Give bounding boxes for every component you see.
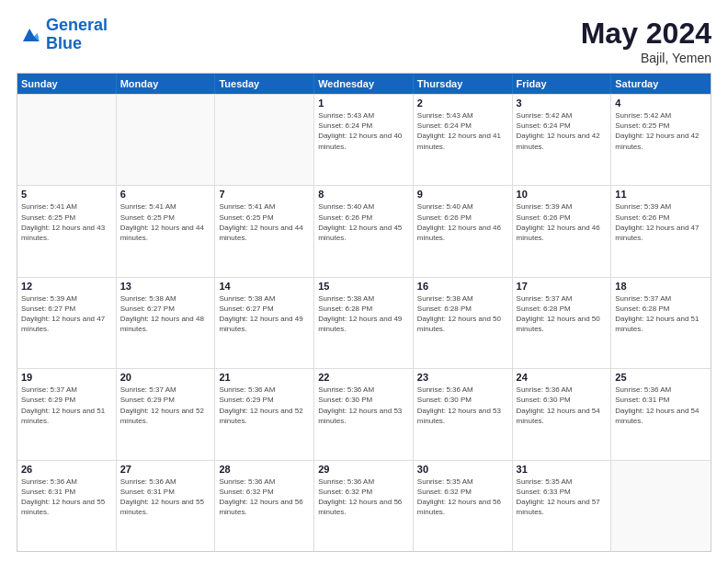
day-cell-1-0: 5Sunrise: 5:41 AM Sunset: 6:25 PM Daylig… — [17, 186, 117, 276]
day-info: Sunrise: 5:36 AM Sunset: 6:30 PM Dayligh… — [318, 385, 409, 426]
week-row-3: 19Sunrise: 5:37 AM Sunset: 6:29 PM Dayli… — [17, 368, 711, 459]
day-number: 6 — [120, 189, 211, 200]
header-thursday: Thursday — [414, 74, 513, 94]
header-friday: Friday — [513, 74, 612, 94]
day-number: 31 — [517, 464, 608, 475]
day-cell-1-5: 10Sunrise: 5:39 AM Sunset: 6:26 PM Dayli… — [513, 186, 612, 276]
day-info: Sunrise: 5:37 AM Sunset: 6:29 PM Dayligh… — [21, 385, 112, 426]
day-info: Sunrise: 5:35 AM Sunset: 6:32 PM Dayligh… — [417, 477, 508, 518]
day-info: Sunrise: 5:41 AM Sunset: 6:25 PM Dayligh… — [120, 201, 211, 243]
day-number: 10 — [517, 189, 608, 200]
day-cell-4-5: 31Sunrise: 5:35 AM Sunset: 6:33 PM Dayli… — [513, 461, 612, 551]
day-info: Sunrise: 5:39 AM Sunset: 6:26 PM Dayligh… — [517, 201, 608, 243]
day-number: 23 — [417, 372, 508, 383]
day-cell-4-0: 26Sunrise: 5:36 AM Sunset: 6:31 PM Dayli… — [17, 461, 117, 551]
calendar-body: 1Sunrise: 5:43 AM Sunset: 6:24 PM Daylig… — [17, 94, 711, 551]
calendar-header: Sunday Monday Tuesday Wednesday Thursday… — [17, 74, 711, 94]
day-number: 17 — [517, 281, 608, 292]
week-row-4: 26Sunrise: 5:36 AM Sunset: 6:31 PM Dayli… — [17, 460, 711, 551]
day-cell-3-3: 22Sunrise: 5:36 AM Sunset: 6:30 PM Dayli… — [314, 369, 414, 459]
day-info: Sunrise: 5:36 AM Sunset: 6:31 PM Dayligh… — [120, 477, 211, 518]
day-cell-3-4: 23Sunrise: 5:36 AM Sunset: 6:30 PM Dayli… — [414, 369, 513, 459]
day-cell-0-1 — [117, 95, 216, 185]
day-cell-3-2: 21Sunrise: 5:36 AM Sunset: 6:29 PM Dayli… — [215, 369, 314, 459]
day-cell-4-4: 30Sunrise: 5:35 AM Sunset: 6:32 PM Dayli… — [414, 461, 513, 551]
header: General Blue May 2024 Bajil, Yemen — [17, 17, 711, 65]
day-number: 9 — [417, 189, 508, 200]
day-info: Sunrise: 5:38 AM Sunset: 6:28 PM Dayligh… — [318, 293, 409, 335]
day-info: Sunrise: 5:42 AM Sunset: 6:24 PM Dayligh… — [517, 110, 608, 152]
day-cell-1-1: 6Sunrise: 5:41 AM Sunset: 6:25 PM Daylig… — [117, 186, 216, 276]
day-number: 12 — [21, 281, 112, 292]
day-cell-4-3: 29Sunrise: 5:36 AM Sunset: 6:32 PM Dayli… — [314, 461, 414, 551]
day-number: 2 — [417, 98, 508, 109]
day-cell-1-6: 11Sunrise: 5:39 AM Sunset: 6:26 PM Dayli… — [611, 186, 711, 276]
calendar: Sunday Monday Tuesday Wednesday Thursday… — [17, 73, 711, 552]
location: Bajil, Yemen — [581, 51, 711, 65]
header-saturday: Saturday — [611, 74, 711, 94]
logo: General Blue — [17, 17, 108, 53]
header-monday: Monday — [117, 74, 216, 94]
day-number: 19 — [21, 372, 112, 383]
day-cell-2-1: 13Sunrise: 5:38 AM Sunset: 6:27 PM Dayli… — [117, 278, 216, 368]
day-cell-0-3: 1Sunrise: 5:43 AM Sunset: 6:24 PM Daylig… — [314, 95, 414, 185]
header-tuesday: Tuesday — [215, 74, 314, 94]
header-sunday: Sunday — [17, 74, 117, 94]
day-info: Sunrise: 5:35 AM Sunset: 6:33 PM Dayligh… — [517, 477, 608, 518]
title-block: May 2024 Bajil, Yemen — [581, 17, 711, 65]
month-year: May 2024 — [581, 17, 711, 51]
day-cell-3-1: 20Sunrise: 5:37 AM Sunset: 6:29 PM Dayli… — [117, 369, 216, 459]
day-info: Sunrise: 5:36 AM Sunset: 6:30 PM Dayligh… — [417, 385, 508, 426]
header-wednesday: Wednesday — [314, 74, 414, 94]
day-cell-2-2: 14Sunrise: 5:38 AM Sunset: 6:27 PM Dayli… — [215, 278, 314, 368]
day-number: 26 — [21, 464, 112, 475]
day-number: 30 — [417, 464, 508, 475]
day-cell-1-3: 8Sunrise: 5:40 AM Sunset: 6:26 PM Daylig… — [314, 186, 414, 276]
day-number: 18 — [615, 281, 707, 292]
day-number: 20 — [120, 372, 211, 383]
day-info: Sunrise: 5:38 AM Sunset: 6:28 PM Dayligh… — [417, 293, 508, 335]
day-number: 27 — [120, 464, 211, 475]
day-info: Sunrise: 5:36 AM Sunset: 6:29 PM Dayligh… — [219, 385, 310, 426]
day-number: 1 — [318, 98, 409, 109]
day-number: 22 — [318, 372, 409, 383]
day-cell-2-6: 18Sunrise: 5:37 AM Sunset: 6:28 PM Dayli… — [611, 278, 711, 368]
logo-text: General Blue — [46, 17, 108, 53]
day-info: Sunrise: 5:36 AM Sunset: 6:30 PM Dayligh… — [517, 385, 608, 426]
day-number: 3 — [517, 98, 608, 109]
day-cell-0-0 — [17, 95, 117, 185]
day-cell-3-0: 19Sunrise: 5:37 AM Sunset: 6:29 PM Dayli… — [17, 369, 117, 459]
day-number: 15 — [318, 281, 409, 292]
day-cell-1-2: 7Sunrise: 5:41 AM Sunset: 6:25 PM Daylig… — [215, 186, 314, 276]
day-info: Sunrise: 5:36 AM Sunset: 6:31 PM Dayligh… — [615, 385, 707, 426]
day-info: Sunrise: 5:40 AM Sunset: 6:26 PM Dayligh… — [318, 201, 409, 243]
day-info: Sunrise: 5:40 AM Sunset: 6:26 PM Dayligh… — [417, 201, 508, 243]
day-cell-2-3: 15Sunrise: 5:38 AM Sunset: 6:28 PM Dayli… — [314, 278, 414, 368]
day-number: 14 — [219, 281, 310, 292]
day-cell-2-0: 12Sunrise: 5:39 AM Sunset: 6:27 PM Dayli… — [17, 278, 117, 368]
day-cell-0-6: 4Sunrise: 5:42 AM Sunset: 6:25 PM Daylig… — [611, 95, 711, 185]
day-info: Sunrise: 5:38 AM Sunset: 6:27 PM Dayligh… — [120, 293, 211, 335]
day-number: 28 — [219, 464, 310, 475]
day-info: Sunrise: 5:39 AM Sunset: 6:27 PM Dayligh… — [21, 293, 112, 335]
day-cell-4-6 — [611, 461, 711, 551]
day-number: 8 — [318, 189, 409, 200]
week-row-2: 12Sunrise: 5:39 AM Sunset: 6:27 PM Dayli… — [17, 277, 711, 368]
day-info: Sunrise: 5:37 AM Sunset: 6:28 PM Dayligh… — [517, 293, 608, 335]
week-row-1: 5Sunrise: 5:41 AM Sunset: 6:25 PM Daylig… — [17, 185, 711, 276]
day-number: 25 — [615, 372, 707, 383]
day-info: Sunrise: 5:39 AM Sunset: 6:26 PM Dayligh… — [615, 201, 707, 243]
day-info: Sunrise: 5:43 AM Sunset: 6:24 PM Dayligh… — [318, 110, 409, 152]
day-number: 13 — [120, 281, 211, 292]
day-info: Sunrise: 5:41 AM Sunset: 6:25 PM Dayligh… — [21, 201, 112, 243]
day-info: Sunrise: 5:38 AM Sunset: 6:27 PM Dayligh… — [219, 293, 310, 335]
day-cell-4-1: 27Sunrise: 5:36 AM Sunset: 6:31 PM Dayli… — [117, 461, 216, 551]
day-cell-1-4: 9Sunrise: 5:40 AM Sunset: 6:26 PM Daylig… — [414, 186, 513, 276]
day-number: 5 — [21, 189, 112, 200]
week-row-0: 1Sunrise: 5:43 AM Sunset: 6:24 PM Daylig… — [17, 94, 711, 185]
day-number: 4 — [615, 98, 707, 109]
day-number: 21 — [219, 372, 310, 383]
day-info: Sunrise: 5:36 AM Sunset: 6:32 PM Dayligh… — [318, 477, 409, 518]
day-number: 24 — [517, 372, 608, 383]
day-number: 7 — [219, 189, 310, 200]
